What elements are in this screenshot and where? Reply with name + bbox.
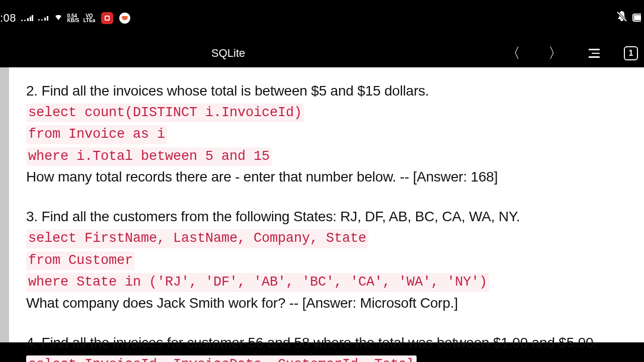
tabs-button[interactable]: 1 [624, 46, 638, 60]
q4-prompt: 4. Find all the invoices for customer 56… [26, 333, 629, 353]
forward-button[interactable]: 〉 [546, 44, 565, 63]
net-speed-unit: KB/S [67, 18, 79, 23]
q4-code-1: select InvoiceId, InvoiceDate, CustomerI… [26, 355, 417, 362]
q3-code-3: where State in ('RJ', 'DF', 'AB', 'BC', … [26, 273, 489, 292]
q3-code-2: from Customer [26, 251, 135, 270]
q3-prompt: 3. Find all the customers from the follo… [26, 207, 629, 227]
q2-code-1: select count(DISTINCT i.InvoiceId) [26, 104, 304, 123]
network-speed: 0.54 KB/S [67, 14, 79, 23]
q2-code-3: where i.Total between 5 and 15 [26, 147, 272, 166]
clock: :08 [0, 12, 16, 25]
q2-code-2: from Invoice as i [26, 125, 167, 144]
app-notification-icon [119, 13, 130, 24]
battery-icon [632, 12, 641, 24]
q2-prompt: 2. Find all the invoices whose total is … [26, 81, 629, 101]
svg-rect-3 [634, 15, 641, 20]
browser-toolbar: SQLite 〈 〉 1 [0, 39, 644, 67]
status-right [616, 11, 642, 26]
cell-signal-2 [38, 16, 48, 21]
toolbar-actions: 〈 〉 1 [504, 44, 638, 63]
wifi-icon [53, 13, 63, 24]
q3-follow: What company does Jack Smith work for? -… [26, 294, 629, 313]
menu-icon[interactable] [589, 49, 600, 58]
status-left: :08 0.54 KB/S VO LTEa [0, 12, 130, 25]
status-bar: :08 0.54 KB/S VO LTEa [0, 0, 644, 39]
scrollbar[interactable] [0, 67, 9, 342]
page-title: SQLite [211, 47, 245, 60]
q2-follow: How many total records there are - enter… [26, 167, 629, 187]
mute-icon [616, 11, 628, 26]
page-content[interactable]: 2. Find all the invoices whose total is … [9, 67, 644, 342]
q3-code-1: select FirstName, LastName, Company, Sta… [26, 229, 368, 248]
cell-signal-1 [21, 15, 33, 21]
volte-indicator: VO LTEa [84, 14, 96, 23]
content-area: 2. Find all the invoices whose total is … [0, 67, 644, 342]
back-button[interactable]: 〈 [504, 44, 522, 63]
screen-record-icon [101, 12, 113, 24]
